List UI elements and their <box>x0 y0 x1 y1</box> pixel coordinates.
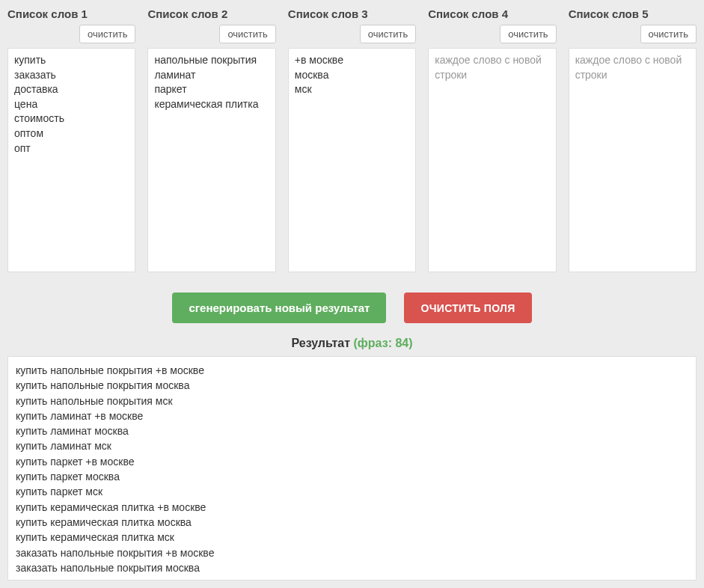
column-title: Список слов 2 <box>147 7 275 20</box>
word-list-input-5[interactable] <box>569 48 697 272</box>
clear-button[interactable]: очистить <box>360 25 416 43</box>
column-5: Список слов 5 очистить <box>569 7 697 275</box>
word-list-input-3[interactable] <box>288 48 416 272</box>
column-title: Список слов 4 <box>428 7 556 20</box>
word-list-input-2[interactable] <box>147 48 275 272</box>
column-title: Список слов 1 <box>7 7 135 20</box>
clear-row: очистить <box>569 25 697 43</box>
column-4: Список слов 4 очистить <box>428 7 556 275</box>
generate-button[interactable]: сгенерировать новый результат <box>172 293 386 323</box>
column-title: Список слов 5 <box>569 7 697 20</box>
result-output[interactable] <box>7 356 697 581</box>
clear-button[interactable]: очистить <box>500 25 556 43</box>
clear-row: очистить <box>147 25 275 43</box>
clear-button[interactable]: очистить <box>79 25 135 43</box>
column-1: Список слов 1 очистить <box>7 7 135 275</box>
word-list-input-1[interactable] <box>7 48 135 272</box>
result-label: Результат <box>291 337 350 349</box>
clear-all-button[interactable]: ОЧИСТИТЬ ПОЛЯ <box>404 293 531 323</box>
clear-button[interactable]: очистить <box>640 25 697 43</box>
result-count: (фраз: 84) <box>353 337 412 349</box>
result-header: Результат (фраз: 84) <box>7 337 697 350</box>
word-list-input-4[interactable] <box>428 48 556 272</box>
column-2: Список слов 2 очистить <box>147 7 275 275</box>
clear-row: очистить <box>7 25 135 43</box>
clear-row: очистить <box>428 25 556 43</box>
column-3: Список слов 3 очистить <box>288 7 416 275</box>
word-columns: Список слов 1 очистить Список слов 2 очи… <box>7 7 697 275</box>
clear-button[interactable]: очистить <box>219 25 275 43</box>
column-title: Список слов 3 <box>288 7 416 20</box>
clear-row: очистить <box>288 25 416 43</box>
action-row: сгенерировать новый результат ОЧИСТИТЬ П… <box>7 293 697 323</box>
